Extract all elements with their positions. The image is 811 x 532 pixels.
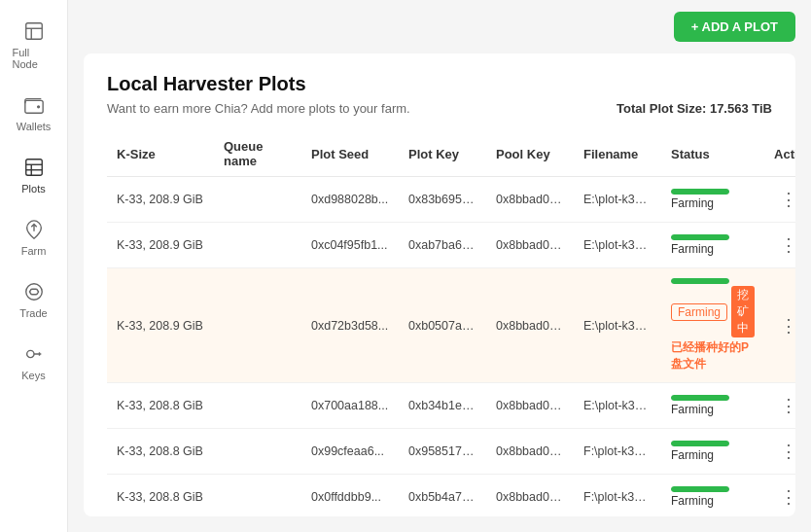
svg-point-8 <box>25 284 42 301</box>
full-node-icon <box>22 19 46 43</box>
status-bar <box>671 189 729 195</box>
annotation-text: 已经播种好的P盘文件 <box>671 339 755 372</box>
cell-status: Farming <box>661 223 764 268</box>
wallets-icon <box>22 93 46 117</box>
cell-ksize: K-33, 208.8 GiB <box>107 429 214 475</box>
cell-filename: F:\plot-k33-... <box>574 429 661 475</box>
col-header-queue: Queue name <box>214 131 301 177</box>
svg-rect-4 <box>25 160 42 176</box>
status-bar <box>671 486 729 492</box>
cell-action: ⋮ <box>764 268 795 383</box>
cell-poolkey: 0x8bbad0b9... <box>486 383 574 429</box>
status-bar-fill <box>671 189 729 195</box>
sidebar-label-keys: Keys <box>21 370 45 381</box>
table-row: K-33, 208.9 GiB0xd72b3d58...0xb0507a0e..… <box>107 268 795 383</box>
status-cell: Farming <box>671 234 755 256</box>
add-plot-button[interactable]: + ADD A PLOT <box>674 12 795 42</box>
cell-filename: F:\plot-k33-... <box>574 475 661 517</box>
row-action-button[interactable]: ⋮ <box>774 313 795 338</box>
row-action-button[interactable]: ⋮ <box>774 232 795 258</box>
sidebar: Full Node Wallets Plots <box>0 0 68 532</box>
sidebar-label-trade: Trade <box>19 307 47 319</box>
col-header-status: Status <box>661 131 764 177</box>
sidebar-item-wallets[interactable]: Wallets <box>5 84 63 142</box>
cell-action: ⋮ <box>764 429 795 475</box>
subtitle-row: Want to earn more Chia? Add more plots t… <box>107 101 772 116</box>
row-action-button[interactable]: ⋮ <box>774 187 795 212</box>
cell-action: ⋮ <box>764 177 795 223</box>
status-farming-outline: Farming <box>671 303 727 321</box>
cell-ksize: K-33, 208.9 GiB <box>107 223 214 268</box>
status-label: Farming <box>671 403 755 416</box>
cell-poolkey: 0x8bbad0b9... <box>486 429 574 475</box>
sidebar-label-farm: Farm <box>21 245 47 257</box>
cell-plotkey: 0xab7ba688... <box>399 223 486 268</box>
sidebar-item-farm[interactable]: Farm <box>5 208 63 266</box>
main-area: + ADD A PLOT Local Harvester Plots Want … <box>68 0 811 532</box>
sidebar-item-keys[interactable]: Keys <box>5 333 63 391</box>
row-action-button[interactable]: ⋮ <box>774 393 795 418</box>
cell-ksize: K-33, 208.9 GiB <box>107 177 214 223</box>
cell-filename: E:\plot-k33-... <box>574 383 661 429</box>
cell-plotkey: 0xb5b4a76e... <box>399 475 486 517</box>
status-label: Farming <box>671 196 755 210</box>
sidebar-item-trade[interactable]: Trade <box>5 270 63 329</box>
status-bar-fill <box>671 234 729 240</box>
cell-action: ⋮ <box>764 383 795 429</box>
header-bar: + ADD A PLOT <box>68 0 811 53</box>
status-cell: Farming <box>671 486 755 508</box>
cell-queue <box>214 177 301 223</box>
cell-status: Farming <box>661 429 764 475</box>
highlight-status-cell: Farming 挖矿中 已经播种好的P盘文件 <box>671 278 755 372</box>
cell-plotkey: 0xb0507a0e... <box>399 268 486 383</box>
row-action-button[interactable]: ⋮ <box>774 484 795 510</box>
cell-action: ⋮ <box>764 223 795 268</box>
cell-queue <box>214 475 301 517</box>
cell-plotseed: 0xd988028b... <box>301 177 399 223</box>
plots-icon <box>22 156 46 179</box>
sidebar-item-plots[interactable]: Plots <box>5 146 63 204</box>
svg-rect-0 <box>25 23 42 40</box>
status-cell: Farming <box>671 441 755 462</box>
col-header-plotkey: Plot Key <box>399 131 486 177</box>
cell-ksize: K-33, 208.8 GiB <box>107 383 214 429</box>
table-row: K-33, 208.9 GiB0xc04f95fb1...0xab7ba688.… <box>107 223 795 268</box>
status-bar-fill <box>671 486 729 492</box>
cell-status: Farming <box>661 383 764 429</box>
status-cell: Farming <box>671 189 755 210</box>
cell-poolkey: 0x8bbad0b9... <box>486 475 574 517</box>
cell-filename: E:\plot-k33-... <box>574 223 661 268</box>
sidebar-label-full-node: Full Node <box>13 47 55 70</box>
cell-plotkey: 0x958517f7... <box>399 429 486 475</box>
status-bar-fill <box>671 441 729 446</box>
col-header-plotseed: Plot Seed <box>301 131 399 177</box>
cell-poolkey: 0x8bbad0b9... <box>486 177 574 223</box>
cell-ksize: K-33, 208.9 GiB <box>107 268 214 383</box>
cell-queue <box>214 383 301 429</box>
cell-poolkey: 0x8bbad0b9... <box>486 223 574 268</box>
col-header-ksize: K-Size <box>107 131 214 177</box>
status-bar <box>671 278 729 284</box>
cell-status: Farming <box>661 177 764 223</box>
cell-poolkey: 0x8bbad0b9... <box>486 268 574 383</box>
cell-filename: E:\plot-k33-... <box>574 177 661 223</box>
cell-queue <box>214 429 301 475</box>
row-action-button[interactable]: ⋮ <box>774 439 795 464</box>
col-header-filename: Filename <box>574 131 661 177</box>
cell-queue <box>214 268 301 383</box>
cell-plotkey: 0x83b69539... <box>399 177 486 223</box>
cell-plotseed: 0xc04f95fb1... <box>301 223 399 268</box>
content-area: Local Harvester Plots Want to earn more … <box>84 53 795 516</box>
table-row: K-33, 208.8 GiB0x99cfeaa6...0x958517f7..… <box>107 429 795 475</box>
status-bar <box>671 441 729 446</box>
total-plot-size: Total Plot Size: 17.563 TiB <box>617 101 772 116</box>
table-row: K-33, 208.9 GiB0xd988028b...0x83b69539..… <box>107 177 795 223</box>
sidebar-item-full-node[interactable]: Full Node <box>5 10 63 80</box>
svg-rect-3 <box>24 100 42 113</box>
cell-filename: E:\plot-k33-... <box>574 268 661 383</box>
cell-plotseed: 0x99cfeaa6... <box>301 429 399 475</box>
plots-table: K-Size Queue name Plot Seed Plot Key Poo… <box>107 131 795 516</box>
status-cell: Farming <box>671 395 755 416</box>
sidebar-label-wallets: Wallets <box>17 121 52 132</box>
page-title: Local Harvester Plots <box>107 73 772 95</box>
